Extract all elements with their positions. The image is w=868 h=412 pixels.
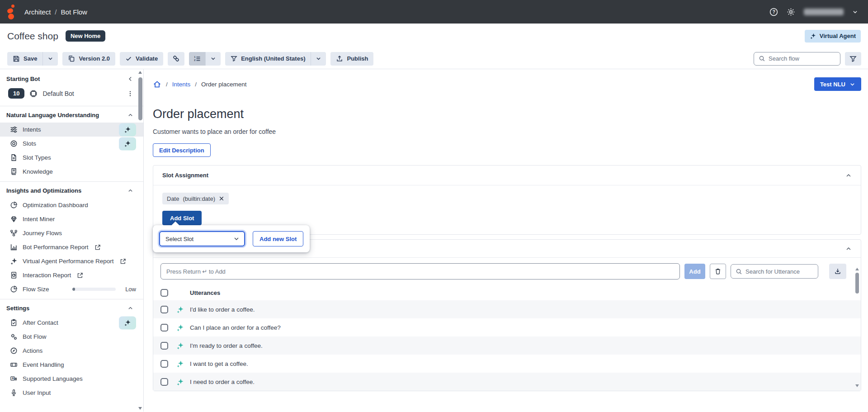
sidebar-scrollbar[interactable] <box>137 71 143 410</box>
utterance-row[interactable]: I'm ready to order a coffee. <box>153 336 861 355</box>
sparkle-icon <box>124 126 131 133</box>
sidebar-item-interaction-report[interactable]: Interaction Report <box>0 268 143 282</box>
sidebar-item-bot-performance-report[interactable]: Bot Performance Report <box>0 240 143 254</box>
save-dropdown-chevron[interactable] <box>42 52 58 66</box>
row-checkbox[interactable] <box>160 360 168 368</box>
delete-utterances-button[interactable] <box>710 264 726 279</box>
select-slot-dropdown[interactable]: Select Slot <box>159 231 245 246</box>
sidebar-item-supported-languages[interactable]: Ax Supported Languages <box>0 372 143 386</box>
scroll-up-arrow[interactable] <box>855 268 859 270</box>
scrollbar-thumb[interactable] <box>138 77 142 120</box>
add-new-slot-button[interactable]: Add new Slot <box>253 231 303 246</box>
help-icon[interactable]: ? <box>769 8 778 16</box>
settings-gear-icon[interactable] <box>787 8 795 16</box>
publish-button[interactable]: Publish <box>330 52 373 66</box>
add-slot-button[interactable]: Add Slot <box>162 211 202 225</box>
slots-ai-sparkle-button[interactable] <box>119 137 136 150</box>
row-checkbox[interactable] <box>160 324 168 331</box>
scroll-down-arrow[interactable] <box>138 407 142 410</box>
version-button[interactable]: Version 2.0 <box>62 52 115 66</box>
intent-detail-main: / Intents / Order placement Test NLU Ord… <box>144 69 868 412</box>
view-dropdown-chevron[interactable] <box>205 52 221 66</box>
test-nlu-button[interactable]: Test NLU <box>814 77 861 91</box>
actions-globe-icon <box>10 347 18 355</box>
search-flow-input[interactable] <box>769 55 823 62</box>
sparkle-icon <box>124 319 131 327</box>
row-checkbox[interactable] <box>160 378 168 386</box>
sidebar-item-event-handling[interactable]: Event Handling <box>0 358 143 372</box>
default-bot-label: Default Bot <box>42 90 74 97</box>
row-checkbox[interactable] <box>160 306 168 313</box>
search-utterance-box <box>731 264 818 279</box>
flow-size-progress-bar <box>72 288 116 291</box>
sidebar-item-optimization-dashboard[interactable]: Optimization Dashboard <box>0 198 143 212</box>
scroll-up-arrow[interactable] <box>138 71 142 74</box>
user-name-redacted[interactable] <box>804 9 844 15</box>
utterance-row[interactable]: Can I place an order for a coffee? <box>153 318 861 336</box>
select-all-checkbox[interactable] <box>160 289 168 297</box>
new-home-badge: New Home <box>66 30 105 42</box>
sidebar-item-intents[interactable]: Intents <box>0 123 143 137</box>
language-dropdown-chevron[interactable] <box>311 52 326 66</box>
flow-toolbar: Save Version 2.0 Validate 12 English (Un… <box>0 48 868 69</box>
app-page-name: Bot Flow <box>61 8 87 16</box>
link-button[interactable] <box>168 52 184 66</box>
nlu-collapse-chevron-up-icon[interactable] <box>127 112 133 118</box>
breadcrumb: / Intents / Order placement <box>153 80 247 89</box>
save-button[interactable]: Save <box>7 52 42 66</box>
breadcrumb-intents-link[interactable]: Intents <box>172 81 191 88</box>
sidebar-item-slot-types[interactable]: Slot Types <box>0 151 143 165</box>
insights-collapse-chevron-up-icon[interactable] <box>127 188 133 194</box>
settings-collapse-chevron-up-icon[interactable] <box>127 305 133 311</box>
default-bot-row[interactable]: 10 Default Bot <box>0 86 143 103</box>
sidebar-item-bot-flow[interactable]: Bot Flow <box>0 330 143 344</box>
sidebar-item-virtual-agent-performance-report[interactable]: Virtual Agent Performance Report <box>0 254 143 268</box>
add-utterance-button[interactable]: Add <box>684 264 705 279</box>
sidebar-item-slots[interactable]: Slots <box>0 137 143 151</box>
user-menu-chevron-down-icon[interactable] <box>852 9 858 15</box>
validate-button[interactable]: Validate <box>120 52 163 66</box>
sidebar-item-knowledge[interactable]: Knowledge <box>0 165 143 179</box>
remove-slot-icon[interactable] <box>219 196 224 201</box>
panel-collapse-chevron-up-icon[interactable] <box>845 172 852 179</box>
filter-button[interactable] <box>845 52 861 66</box>
sidebar-collapse-icon[interactable] <box>127 76 133 82</box>
ai-sparkle-icon <box>176 360 190 368</box>
book-icon <box>10 168 18 175</box>
check-icon <box>125 55 132 62</box>
bar-chart-icon <box>10 243 18 251</box>
numbered-list-view-button[interactable]: 12 <box>189 52 205 66</box>
after-contact-ai-sparkle-button[interactable] <box>119 316 136 329</box>
sidebar-item-journey-flows[interactable]: Journey Flows <box>0 226 143 240</box>
utterances-scrollbar[interactable] <box>854 268 859 387</box>
virtual-agent-button[interactable]: Virtual Agent <box>805 30 861 43</box>
utterance-row[interactable]: I'd like to order a coffee. <box>153 300 861 318</box>
panel-collapse-chevron-up-icon[interactable] <box>845 246 852 252</box>
sidebar-item-user-input[interactable]: User Input <box>0 386 143 400</box>
utterance-row[interactable]: I want to get a coffee. <box>153 355 861 373</box>
scroll-down-arrow[interactable] <box>855 384 859 387</box>
home-icon[interactable] <box>153 80 161 89</box>
edit-description-button[interactable]: Edit Description <box>153 143 211 157</box>
add-slot-popup: Select Slot Add new Slot <box>153 225 310 252</box>
language-selector-button[interactable]: English (United States) <box>225 52 311 66</box>
link-icon <box>172 55 180 62</box>
utterances-column-header: Utterances <box>190 289 220 296</box>
import-utterances-button[interactable] <box>829 264 846 279</box>
sidebar-item-actions[interactable]: Actions <box>0 344 143 358</box>
slots-target-icon <box>10 140 18 147</box>
scrollbar-thumb[interactable] <box>855 273 859 294</box>
external-link-icon <box>77 272 83 279</box>
utterance-input[interactable] <box>160 263 680 279</box>
utterance-text: I need to order a coffee. <box>190 379 255 385</box>
search-utterance-input[interactable] <box>745 268 800 275</box>
ai-sparkle-icon <box>176 324 190 331</box>
utterance-row[interactable]: I need to order a coffee. <box>153 373 861 391</box>
sidebar-item-intent-miner[interactable]: Intent Miner <box>0 212 143 226</box>
intents-ai-sparkle-button[interactable] <box>119 123 136 136</box>
version-copy-icon <box>68 55 75 62</box>
flow-size-value: Low <box>125 286 136 293</box>
sidebar-item-after-contact[interactable]: After Contact <box>0 316 143 330</box>
row-checkbox[interactable] <box>160 342 168 350</box>
bot-kebab-menu-icon[interactable] <box>127 90 133 97</box>
